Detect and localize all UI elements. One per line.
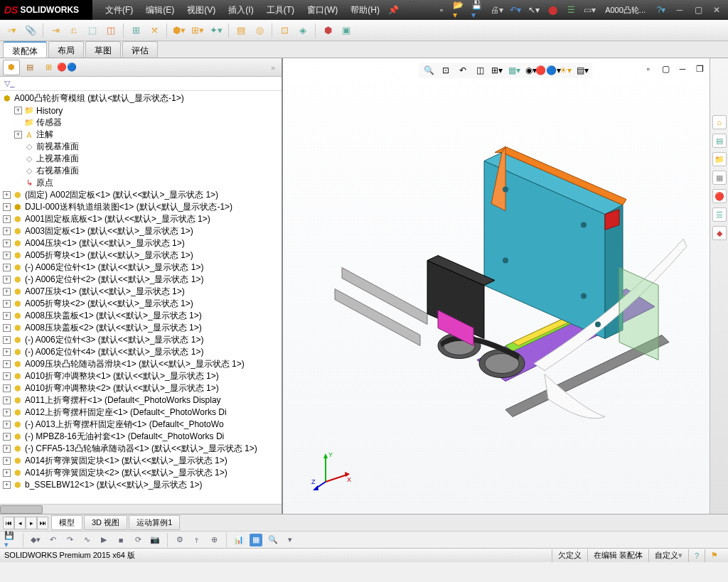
status-custom[interactable]: 自定义 ▾: [648, 549, 688, 562]
menu-insert[interactable]: 插入(I): [223, 2, 259, 18]
filter-row[interactable]: ▽⎯: [0, 77, 282, 91]
panel-tab-feature-tree[interactable]: ⬢: [3, 60, 20, 75]
display-style-icon[interactable]: ▦▾: [507, 64, 521, 77]
tree-root[interactable]: ⬢ A000凸轮折弯模组 (默认<默认_显示状态-1>): [0, 92, 282, 104]
tree-item[interactable]: +⬢DJLI-000送料轨道组装图<1> (默认<默认_显示状态-1>): [0, 201, 282, 213]
tree-item[interactable]: +⬢A004压块<1> (默认<<默认>_显示状态 1>): [0, 237, 282, 249]
rp-appearance-icon[interactable]: 🔴: [712, 189, 727, 203]
rp-view-palette-icon[interactable]: ▦: [712, 171, 727, 185]
mb-save-icon[interactable]: 💾▾: [4, 534, 17, 546]
tree-item[interactable]: ◇上视基准面: [0, 153, 282, 165]
menu-pin-icon[interactable]: 📌: [387, 3, 401, 17]
rp-forum-icon[interactable]: ◆: [712, 226, 727, 240]
tb-attach-icon[interactable]: 📎: [23, 23, 38, 38]
tb-explode-icon[interactable]: ⇥: [48, 23, 63, 38]
scene-icon[interactable]: ☀▾: [558, 64, 572, 77]
expander-icon[interactable]: +: [14, 107, 22, 114]
tree-item[interactable]: +⬢A010折弯冲调整块<1> (默认<<默认>_显示状态 1>): [0, 370, 282, 382]
rp-home-icon[interactable]: ⌂: [712, 115, 727, 129]
rebuild-icon[interactable]: ⬤: [545, 3, 560, 17]
tb-pattern-icon[interactable]: ⊞▾: [190, 23, 205, 38]
expander-icon[interactable]: +: [3, 191, 11, 199]
tree-item[interactable]: +⬢A008压块盖板<2> (默认<<默认>_显示状态 1>): [0, 322, 282, 334]
graphics-viewport[interactable]: 🔍 ⊡ ↶ ◫ ⊞▾ ▦▾ ◉▾ 🔴🔵▾ ☀▾ ▤▾ ▫ ▢ ─ ❐ ✕ ⌂ ▤…: [283, 58, 728, 514]
minimize-icon[interactable]: ─: [673, 3, 687, 17]
btab-model[interactable]: 模型: [51, 515, 82, 530]
tb-insert-icon[interactable]: ⬢▾: [171, 23, 187, 38]
tb-misc1-icon[interactable]: ◈: [295, 23, 311, 38]
mb-key-icon[interactable]: ◆▾: [29, 534, 42, 546]
expander-icon[interactable]: +: [3, 421, 11, 429]
expander-icon[interactable]: +: [3, 372, 11, 380]
mb-loop-icon[interactable]: ⟳: [132, 534, 144, 546]
mb-layout-icon[interactable]: ▦: [250, 534, 262, 546]
section-icon[interactable]: ◫: [473, 64, 487, 77]
expander-icon[interactable]: +: [3, 433, 11, 441]
expander-icon[interactable]: +: [3, 469, 11, 477]
btab-3dviews[interactable]: 3D 视图: [84, 515, 127, 530]
expander-icon[interactable]: +: [3, 264, 11, 271]
mb-collapse-icon[interactable]: ▾: [284, 534, 296, 546]
tree-item[interactable]: +⬢A014折弯弹簧固定块<1> (默认<<默认>_显示状态 1>): [0, 455, 282, 467]
expander-icon[interactable]: +: [3, 227, 11, 235]
undo-icon[interactable]: ↶▾: [508, 3, 523, 17]
coordinate-triad[interactable]: Y X Z: [311, 450, 354, 492]
vp-restore-icon[interactable]: ❐: [692, 63, 707, 75]
menu-help[interactable]: 帮助(H): [345, 2, 385, 18]
tree-item[interactable]: ↳原点: [0, 177, 282, 189]
expander-icon[interactable]: +: [3, 336, 11, 344]
tree-item[interactable]: +📁History: [0, 104, 282, 117]
tree-item[interactable]: +⬢A001固定板底板<1> (默认<<默认>_显示状态 1>): [0, 213, 282, 225]
mb-redo-icon[interactable]: ↷: [63, 534, 76, 546]
mb-undo-icon[interactable]: ↶: [46, 534, 59, 546]
help-icon[interactable]: ?▾: [654, 3, 668, 17]
rp-explorer-icon[interactable]: 📁: [712, 152, 727, 166]
open-icon[interactable]: 📂▾: [453, 3, 467, 17]
tree-item[interactable]: +⬢A009压块凸轮随动器滑块<1> (默认<<默认>_显示状态 1>): [0, 358, 282, 370]
tb-exploded-icon[interactable]: ⊡: [277, 23, 292, 38]
tab-prev-icon[interactable]: ◂: [14, 517, 26, 529]
tb-clearance-icon[interactable]: ◫: [103, 23, 119, 38]
zoom-area-icon[interactable]: ⊡: [439, 64, 453, 77]
window-icon[interactable]: ▭▾: [582, 3, 596, 17]
tb-mate-icon[interactable]: ⊞: [128, 23, 144, 38]
mb-spring-icon[interactable]: ⫯: [191, 534, 203, 546]
select-icon[interactable]: ↖▾: [527, 3, 541, 17]
print-icon[interactable]: 🖨▾: [490, 3, 504, 17]
panel-tab-display[interactable]: 🔴🔵: [58, 60, 75, 75]
tab-sketch[interactable]: 草图: [85, 41, 121, 58]
expander-icon[interactable]: +: [3, 348, 11, 356]
tb-hide-icon[interactable]: ◎: [252, 23, 267, 38]
expander-icon[interactable]: +: [3, 203, 11, 211]
tree-item[interactable]: +⬢(-) A013上折弯摆杆固定座销<1> (Default<_PhotoWo: [0, 419, 282, 431]
expander-icon[interactable]: +: [3, 239, 11, 247]
vp-win2-icon[interactable]: ▢: [658, 63, 673, 75]
expander-icon[interactable]: +: [3, 312, 11, 320]
mb-zoom-icon[interactable]: 🔍: [267, 534, 279, 546]
tree-item[interactable]: +⬢A008压块盖板<1> (默认<<默认>_显示状态 1>): [0, 310, 282, 322]
expander-icon[interactable]: +: [3, 215, 11, 223]
menu-window[interactable]: 窗口(W): [301, 2, 343, 18]
tree-item[interactable]: +⬢(-) A006定位针<4> (默认<<默认>_显示状态 1>): [0, 346, 282, 358]
menu-file[interactable]: 文件(F): [100, 2, 139, 18]
mb-results-icon[interactable]: 📊: [232, 534, 245, 546]
tree-item[interactable]: +⬢b_SSELBW12<1> (默认<<默认>_显示状态 1>): [0, 479, 282, 491]
rp-custom-icon[interactable]: ☰: [712, 208, 727, 222]
expander-icon[interactable]: +: [3, 397, 11, 404]
expander-icon[interactable]: +: [3, 276, 11, 284]
save-icon[interactable]: 💾▾: [471, 3, 486, 17]
tb-interference-icon[interactable]: ⬚: [85, 23, 100, 38]
menu-tools[interactable]: 工具(T): [261, 2, 300, 18]
tab-layout[interactable]: 布局: [48, 41, 84, 58]
panel-collapse-icon[interactable]: »: [264, 60, 282, 75]
close-icon[interactable]: ✕: [710, 3, 724, 17]
tab-assembly[interactable]: 装配体: [3, 41, 47, 58]
tree-item[interactable]: +⬢(固定) A002固定板<1> (默认<<默认>_显示状态 1>): [0, 189, 282, 201]
tree-item[interactable]: 📁传感器: [0, 117, 282, 129]
status-flag-icon[interactable]: ⚑: [705, 549, 724, 562]
expander-icon[interactable]: +: [3, 457, 11, 465]
mb-motor-icon[interactable]: ⚙: [173, 534, 186, 546]
tree-item[interactable]: +⬢A012上折弯摆杆固定座<1> (Default<_PhotoWorks D…: [0, 406, 282, 419]
tree-hscroll[interactable]: [0, 504, 282, 514]
mb-path-icon[interactable]: ∿: [80, 534, 93, 546]
